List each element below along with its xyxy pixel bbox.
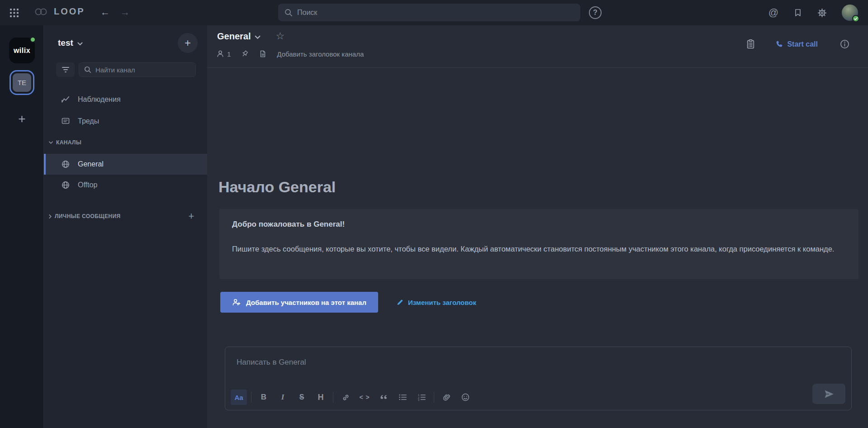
- link-icon: [342, 393, 350, 402]
- numbered-list-icon: 1 2 3: [417, 394, 426, 401]
- sidebar-header: test +: [58, 33, 198, 53]
- smiley-icon: [461, 393, 470, 402]
- info-icon: [840, 39, 850, 49]
- channels-section-header[interactable]: КАНАЛЫ: [49, 137, 81, 148]
- globe-icon: [61, 181, 70, 190]
- filter-icon: [62, 67, 70, 73]
- global-search-input[interactable]: Поиск: [278, 4, 580, 21]
- team-menu-button[interactable]: test: [58, 38, 83, 48]
- heading-button[interactable]: H: [313, 390, 329, 405]
- history-back-button[interactable]: ←: [100, 6, 110, 19]
- sidebar-search-row: Найти канал: [56, 62, 196, 77]
- member-count: 1: [227, 50, 231, 58]
- app-rail: wilix TE +: [0, 25, 44, 428]
- brand: LOOP: [34, 6, 85, 17]
- user-avatar[interactable]: [842, 5, 858, 21]
- attach-file-button[interactable]: [438, 390, 455, 405]
- mentions-button[interactable]: @: [768, 8, 778, 18]
- channel-title: General: [217, 31, 251, 42]
- intro-actions: Добавить участников на этот канал Измени…: [220, 292, 476, 313]
- channel-tasks-button[interactable]: [746, 39, 755, 49]
- paperclip-icon: [442, 393, 451, 402]
- code-button[interactable]: < >: [356, 390, 373, 405]
- quote-icon: [380, 394, 388, 400]
- add-channel-header-button[interactable]: Добавить заголовок канала: [277, 50, 364, 58]
- team-button-te[interactable]: TE: [9, 70, 34, 95]
- add-members-button[interactable]: Добавить участников на этот канал: [220, 292, 378, 313]
- channel-item-offtop[interactable]: Offtop: [44, 175, 207, 195]
- link-button[interactable]: [337, 390, 354, 405]
- welcome-panel: Добро пожаловать в General! Пишите здесь…: [219, 209, 859, 279]
- saved-posts-button[interactable]: [793, 8, 802, 17]
- channel-search-placeholder: Найти канал: [95, 66, 135, 74]
- search-placeholder: Поиск: [297, 9, 317, 17]
- add-members-label: Добавить участников на этот канал: [246, 299, 366, 306]
- threads-icon: [61, 117, 70, 126]
- history-forward-button[interactable]: →: [120, 6, 130, 19]
- channel-files-button[interactable]: [259, 50, 267, 58]
- top-bar: LOOP ← → Поиск ? @: [0, 0, 868, 25]
- add-direct-message-button[interactable]: +: [185, 210, 198, 223]
- welcome-body: Пишите здесь сообщения, которые вы хотит…: [232, 242, 846, 256]
- team-initials: TE: [13, 73, 31, 92]
- channel-filter-button[interactable]: [56, 62, 75, 77]
- channel-members-button[interactable]: 1: [216, 50, 231, 58]
- channel-header: General ☆ 1 Добавить заго: [207, 25, 868, 68]
- message-composer[interactable]: Написать в General Aa B I S H < >: [225, 347, 852, 410]
- favorite-star-button[interactable]: ☆: [275, 31, 285, 42]
- sidebar-item-insights[interactable]: Наблюдения: [44, 90, 207, 109]
- document-icon: [259, 50, 267, 58]
- emoji-button[interactable]: [457, 390, 474, 405]
- channel-info-button[interactable]: [840, 39, 850, 49]
- question-icon: ?: [593, 9, 598, 17]
- settings-gear-button[interactable]: [817, 8, 827, 18]
- globe-icon: [61, 160, 70, 169]
- gear-icon: [818, 8, 826, 17]
- pin-icon: [241, 50, 249, 58]
- welcome-heading: Добро пожаловать в General!: [232, 220, 846, 229]
- product-name: LOOP: [54, 6, 85, 17]
- topbar-right-controls: @: [768, 0, 858, 25]
- numbered-list-button[interactable]: 1 2 3: [413, 390, 430, 405]
- sidebar-item-label: Наблюдения: [78, 95, 121, 104]
- add-team-button[interactable]: +: [0, 111, 44, 127]
- start-call-label: Start call: [787, 40, 818, 48]
- toolbar-divider: [434, 392, 434, 403]
- start-call-button[interactable]: Start call: [775, 40, 818, 48]
- channel-name-menu[interactable]: General: [217, 31, 261, 42]
- main-panel: General ☆ 1 Добавить заго: [207, 25, 868, 428]
- chevron-down-icon: [77, 42, 83, 46]
- phone-icon: [775, 40, 783, 48]
- edit-header-link[interactable]: Изменить заголовок: [396, 299, 476, 306]
- sidebar-item-threads[interactable]: Треды: [44, 111, 207, 131]
- channel-sidebar: test + Найти канал Наблюдения: [44, 25, 207, 428]
- person-icon: [216, 50, 224, 58]
- format-toggle-button[interactable]: Aa: [231, 390, 247, 405]
- apps-grid-icon[interactable]: [10, 9, 19, 17]
- person-plus-icon: [232, 298, 241, 306]
- quote-button[interactable]: [375, 390, 392, 405]
- insights-icon: [61, 95, 70, 104]
- send-message-button[interactable]: [812, 384, 845, 404]
- strikethrough-button[interactable]: S: [294, 390, 310, 405]
- bulleted-list-button[interactable]: [394, 390, 411, 405]
- channels-section-label: КАНАЛЫ: [56, 139, 81, 146]
- channel-search-input[interactable]: Найти канал: [79, 62, 196, 77]
- channel-intro-title: Начало General: [218, 178, 336, 196]
- chevron-right-icon: [49, 214, 52, 219]
- help-button[interactable]: ?: [589, 6, 602, 19]
- pencil-icon: [396, 299, 403, 306]
- formatting-toolbar: Aa B I S H < >: [229, 389, 475, 405]
- italic-button[interactable]: I: [275, 390, 291, 405]
- workspace-logo-text: wilix: [14, 47, 30, 55]
- workspace-logo-button[interactable]: wilix: [9, 38, 35, 63]
- pinned-posts-button[interactable]: [241, 50, 249, 58]
- channel-item-general[interactable]: General: [44, 154, 207, 175]
- direct-messages-section-header[interactable]: ЛИЧНЫЕ СООБЩЕНИЯ: [49, 211, 120, 222]
- channel-name: General: [78, 160, 104, 168]
- bold-button[interactable]: B: [256, 390, 272, 405]
- bulleted-list-icon: [398, 394, 407, 401]
- search-icon: [84, 66, 91, 73]
- add-channel-button[interactable]: +: [178, 33, 198, 53]
- workspace-online-dot: [30, 37, 36, 43]
